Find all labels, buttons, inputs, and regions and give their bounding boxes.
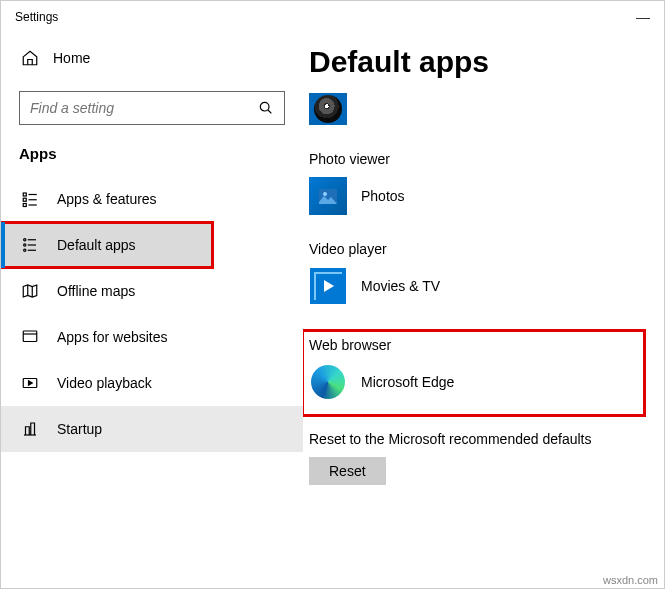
svg-point-4: [24, 239, 26, 241]
svg-point-0: [260, 102, 269, 111]
startup-icon: [21, 420, 39, 438]
default-app-photos[interactable]: Photos: [309, 177, 644, 215]
titlebar: Settings —: [1, 1, 664, 33]
video-icon: [21, 374, 39, 392]
category-photo-viewer: Photo viewer Photos: [309, 151, 644, 215]
sidebar-item-label: Apps for websites: [57, 329, 168, 345]
apps-web-icon: [21, 328, 39, 346]
sidebar: Home Apps Apps & features: [1, 33, 303, 588]
home-icon: [21, 49, 39, 67]
sidebar-item-label: Apps & features: [57, 191, 157, 207]
edge-icon: [309, 363, 347, 401]
default-app-edge[interactable]: Microsoft Edge: [309, 363, 638, 401]
search-icon: [258, 100, 274, 116]
reset-button[interactable]: Reset: [309, 457, 386, 485]
sidebar-item-label: Video playback: [57, 375, 152, 391]
photos-icon: [309, 177, 347, 215]
sidebar-item-label: Offline maps: [57, 283, 135, 299]
defaults-icon: [21, 236, 39, 254]
sidebar-item-label: Startup: [57, 421, 102, 437]
sidebar-item-apps-websites[interactable]: Apps for websites: [1, 314, 303, 360]
map-icon: [21, 282, 39, 300]
svg-rect-2: [23, 198, 26, 201]
home-label: Home: [53, 50, 90, 66]
reset-description: Reset to the Microsoft recommended defau…: [309, 431, 644, 447]
svg-point-10: [323, 192, 327, 196]
minimize-icon[interactable]: —: [636, 9, 650, 25]
sidebar-section-apps: Apps: [1, 141, 303, 176]
app-name: Photos: [361, 188, 405, 204]
default-app-movies[interactable]: Movies & TV: [309, 267, 644, 305]
sidebar-item-offline-maps[interactable]: Offline maps: [1, 268, 303, 314]
category-label: Photo viewer: [309, 151, 644, 167]
app-tile-music-partial[interactable]: [309, 93, 347, 125]
category-web-browser: Web browser Microsoft Edge: [303, 331, 644, 415]
sidebar-item-apps-features[interactable]: Apps & features: [1, 176, 303, 222]
svg-point-5: [24, 244, 26, 246]
category-label: Video player: [309, 241, 644, 257]
page-title: Default apps: [309, 45, 644, 79]
list-icon: [21, 190, 39, 208]
movies-icon: [309, 267, 347, 305]
watermark: wsxdn.com: [603, 574, 658, 586]
window-title: Settings: [15, 10, 58, 24]
sidebar-item-label: Default apps: [57, 237, 136, 253]
category-video-player: Video player Movies & TV: [309, 241, 644, 305]
search-field[interactable]: [30, 100, 258, 116]
app-name: Microsoft Edge: [361, 374, 454, 390]
home-nav[interactable]: Home: [1, 41, 303, 77]
app-name: Movies & TV: [361, 278, 440, 294]
svg-rect-7: [23, 331, 37, 342]
content-pane: Default apps Photo viewer Photos Video p…: [303, 33, 664, 588]
search-input[interactable]: [19, 91, 285, 125]
sidebar-item-startup[interactable]: Startup: [1, 406, 303, 452]
sidebar-item-default-apps[interactable]: Default apps: [1, 222, 213, 268]
disc-icon: [314, 95, 342, 123]
svg-rect-3: [23, 204, 26, 207]
svg-rect-1: [23, 193, 26, 196]
sidebar-item-video-playback[interactable]: Video playback: [1, 360, 303, 406]
svg-point-6: [24, 249, 26, 251]
category-label: Web browser: [309, 337, 638, 353]
